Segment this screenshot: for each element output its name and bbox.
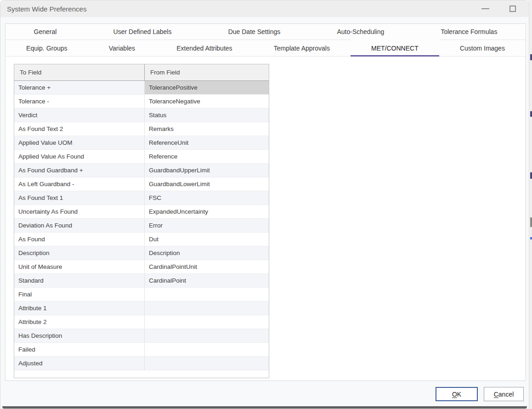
to-field-cell[interactable]: Applied Value As Found bbox=[14, 150, 145, 163]
from-field-cell[interactable]: ToleranceNegative bbox=[145, 95, 269, 108]
table-row: As Left Guardband - GuardbandLowerLimit bbox=[14, 177, 269, 191]
to-field-cell[interactable]: As Found Text 1 bbox=[14, 191, 145, 204]
column-header-to-field: To Field bbox=[14, 64, 145, 80]
tab-label: Auto-Scheduling bbox=[337, 28, 385, 35]
to-field-cell[interactable]: Description bbox=[14, 246, 145, 260]
from-field-cell[interactable]: Error bbox=[145, 219, 269, 232]
minimize-button[interactable] bbox=[475, 0, 496, 17]
table-row: Standard CardinalPoint bbox=[14, 274, 269, 288]
table-row: Adjusted bbox=[14, 357, 269, 370]
to-field-cell[interactable]: As Left Guardband - bbox=[14, 177, 145, 191]
from-field-cell[interactable]: GuardbandLowerLimit bbox=[145, 177, 269, 191]
table-row: Uncertainty As Found ExpandedUncertainty bbox=[14, 205, 269, 219]
to-field-cell[interactable]: Has Description bbox=[14, 329, 145, 342]
table-row: Applied Value As Found Reference bbox=[14, 150, 269, 164]
to-field-cell[interactable]: As Found bbox=[14, 233, 145, 246]
from-field-cell[interactable]: CardinalPoint bbox=[145, 274, 269, 287]
table-row: As Found Text 1 FSC bbox=[14, 191, 269, 205]
cancel-button[interactable]: Cancel bbox=[484, 387, 524, 401]
background-artifact bbox=[530, 111, 532, 117]
tab-variables[interactable]: Variables bbox=[88, 40, 156, 57]
table-row: Description Description bbox=[14, 246, 269, 260]
ok-button[interactable]: OK bbox=[436, 387, 478, 401]
tab-template-approvals[interactable]: Template Approvals bbox=[253, 40, 351, 57]
from-field-cell[interactable] bbox=[145, 301, 269, 315]
to-field-cell[interactable]: Standard bbox=[14, 274, 145, 287]
table-row: Deviation As Found Error bbox=[14, 219, 269, 233]
from-field-cell[interactable] bbox=[145, 315, 269, 329]
to-field-cell[interactable]: Attribute 2 bbox=[14, 315, 145, 329]
from-field-cell[interactable]: TolerancePositive bbox=[145, 81, 269, 94]
from-field-cell[interactable]: Reference bbox=[145, 150, 269, 163]
tab-label: Due Date Settings bbox=[228, 28, 281, 35]
tab-custom-images[interactable]: Custom Images bbox=[439, 40, 526, 57]
to-field-cell[interactable]: Deviation As Found bbox=[14, 219, 145, 232]
tab-label: Custom Images bbox=[460, 45, 505, 52]
table-row: Attribute 1 bbox=[14, 301, 269, 315]
to-field-cell[interactable]: Uncertainty As Found bbox=[14, 205, 145, 218]
window-bottom-edge bbox=[2, 406, 527, 409]
background-artifact bbox=[530, 172, 532, 179]
tab-extended-attributes[interactable]: Extended Attributes bbox=[156, 40, 253, 57]
table-row: Attribute 2 bbox=[14, 315, 269, 329]
maximize-button[interactable] bbox=[502, 0, 523, 17]
to-field-cell[interactable]: Verdict bbox=[14, 108, 145, 122]
tab-met-connect[interactable]: MET/CONNECT bbox=[351, 40, 439, 57]
background-artifact bbox=[530, 217, 532, 227]
from-field-cell[interactable] bbox=[145, 357, 269, 370]
from-field-cell[interactable]: ReferenceUnit bbox=[145, 136, 269, 149]
tab-label: Extended Attributes bbox=[176, 45, 232, 52]
table-row: Verdict Status bbox=[14, 108, 269, 122]
from-field-cell[interactable]: Status bbox=[145, 108, 269, 122]
from-field-cell[interactable]: GuardbandUpperLimit bbox=[145, 164, 269, 177]
tab-label: Tolerance Formulas bbox=[441, 28, 497, 35]
table-row: As Found Guardband + GuardbandUpperLimit bbox=[14, 164, 269, 177]
column-header-from-field: From Field bbox=[145, 64, 269, 80]
preferences-tab-control: General User Defined Labels Due Date Set… bbox=[5, 23, 526, 381]
to-field-cell[interactable]: As Found Text 2 bbox=[14, 122, 145, 136]
from-field-cell[interactable]: Remarks bbox=[145, 122, 269, 136]
to-field-cell[interactable]: Failed bbox=[14, 343, 145, 356]
from-field-cell[interactable]: CardinalPointUnit bbox=[145, 260, 269, 273]
tab-due-date-settings[interactable]: Due Date Settings bbox=[200, 24, 309, 40]
tab-label: User Defined Labels bbox=[113, 28, 172, 35]
tab-row-1: General User Defined Labels Due Date Set… bbox=[6, 24, 526, 40]
background-artifact bbox=[530, 54, 532, 60]
dialog-footer: OK Cancel bbox=[0, 381, 529, 407]
from-field-cell[interactable]: Dut bbox=[145, 233, 269, 246]
table-row: Unit of Measure CardinalPointUnit bbox=[14, 260, 269, 274]
to-field-cell[interactable]: Final bbox=[14, 288, 145, 301]
from-field-cell[interactable] bbox=[145, 343, 269, 356]
to-field-cell[interactable]: Attribute 1 bbox=[14, 301, 145, 315]
from-field-cell[interactable]: Description bbox=[145, 246, 269, 260]
maximize-icon bbox=[509, 6, 516, 12]
table-row: Has Description bbox=[14, 329, 269, 343]
to-field-cell[interactable]: As Found Guardband + bbox=[14, 164, 145, 177]
tab-equip-groups[interactable]: Equip. Groups bbox=[6, 40, 88, 57]
tab-general[interactable]: General bbox=[6, 24, 85, 40]
table-header-row: To Field From Field bbox=[14, 64, 269, 81]
table-row: As Found Text 2 Remarks bbox=[14, 122, 269, 136]
dialog-window: System Wide Preferences General User Def… bbox=[0, 0, 529, 409]
to-field-cell[interactable]: Tolerance - bbox=[14, 95, 145, 108]
tab-label: MET/CONNECT bbox=[371, 45, 419, 52]
tab-tolerance-formulas[interactable]: Tolerance Formulas bbox=[413, 24, 526, 40]
table-body: Tolerance + TolerancePositive Tolerance … bbox=[14, 81, 269, 370]
table-row: Tolerance - ToleranceNegative bbox=[14, 95, 269, 108]
tab-auto-scheduling[interactable]: Auto-Scheduling bbox=[309, 24, 413, 40]
from-field-cell[interactable] bbox=[145, 329, 269, 342]
to-field-cell[interactable]: Applied Value UOM bbox=[14, 136, 145, 149]
from-field-cell[interactable]: FSC bbox=[145, 191, 269, 204]
met-connect-tab-page: To Field From Field Tolerance + Toleranc… bbox=[6, 57, 526, 381]
to-field-cell[interactable]: Unit of Measure bbox=[14, 260, 145, 273]
tab-user-defined-labels[interactable]: User Defined Labels bbox=[85, 24, 200, 40]
titlebar[interactable]: System Wide Preferences bbox=[0, 0, 529, 17]
tab-strip: General User Defined Labels Due Date Set… bbox=[6, 24, 526, 57]
to-field-cell[interactable]: Tolerance + bbox=[14, 81, 145, 94]
to-field-cell[interactable]: Adjusted bbox=[14, 357, 145, 370]
table-row: Final bbox=[14, 288, 269, 301]
table-row: Applied Value UOM ReferenceUnit bbox=[14, 136, 269, 150]
from-field-cell[interactable]: ExpandedUncertainty bbox=[145, 205, 269, 218]
screen: System Wide Preferences General User Def… bbox=[0, 0, 532, 409]
from-field-cell[interactable] bbox=[145, 288, 269, 301]
